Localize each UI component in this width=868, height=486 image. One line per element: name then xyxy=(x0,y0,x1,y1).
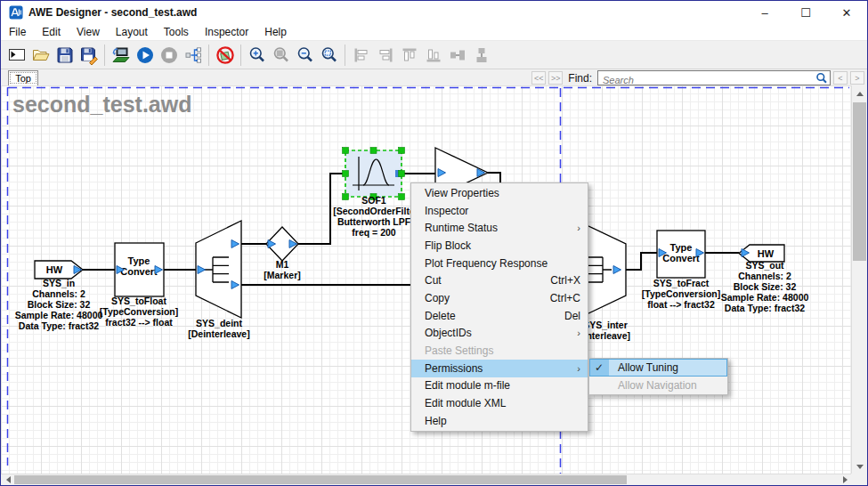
zoom-in-icon[interactable] xyxy=(245,43,269,67)
block-context-menu: View Properties Inspector Runtime Status… xyxy=(410,182,588,432)
find-rewind-button[interactable]: << xyxy=(531,71,546,85)
toolbar-separator xyxy=(104,45,105,66)
toolbar xyxy=(1,41,867,69)
horizontal-scrollbar[interactable] xyxy=(1,474,853,485)
find-forward-button[interactable]: >> xyxy=(548,71,563,85)
tab-row: Top << >> Find: < > xyxy=(1,69,867,85)
block-label: Type xyxy=(670,242,693,253)
submenu-arrow-icon: › xyxy=(577,223,580,233)
menu-view[interactable]: View xyxy=(69,24,108,40)
scroll-right-icon[interactable] xyxy=(840,474,851,485)
block-label: HW xyxy=(46,264,63,275)
stop-icon[interactable] xyxy=(157,43,181,67)
no-hardware-icon[interactable] xyxy=(213,43,237,67)
menu-item-view-properties[interactable]: View Properties xyxy=(411,184,588,202)
checkmark-icon: ✓ xyxy=(589,359,609,377)
block-caption: [Marker] xyxy=(264,270,300,280)
wire xyxy=(626,253,657,270)
open-icon[interactable] xyxy=(28,43,53,67)
block-caption: SYS_toFract xyxy=(653,278,710,288)
zoom-out-icon[interactable] xyxy=(293,43,317,67)
app-window: AWE Designer - second_test.awd – ☐ ✕ Fil… xyxy=(0,0,868,486)
menu-edit[interactable]: Edit xyxy=(34,24,69,40)
zoom-selection-icon[interactable] xyxy=(317,43,341,67)
propagate-changes-icon[interactable] xyxy=(181,43,205,67)
zoom-fit-icon[interactable] xyxy=(269,43,293,67)
block-caption: SYS_out xyxy=(745,260,784,271)
menu-item-delete[interactable]: DeleteDel xyxy=(411,307,588,325)
block-caption: [TypeConversion] xyxy=(642,288,720,299)
new-design-icon[interactable] xyxy=(4,43,28,67)
menu-item-plot-frequency-response[interactable]: Plot Frequency Response xyxy=(411,255,588,272)
menu-inspector[interactable]: Inspector xyxy=(197,24,256,40)
menu-item-inspector[interactable]: Inspector xyxy=(411,202,588,220)
save-icon[interactable] xyxy=(53,43,77,67)
menu-layout[interactable]: Layout xyxy=(108,24,156,40)
menu-item-help[interactable]: Help xyxy=(411,412,588,430)
submenu-item-allow-tuning[interactable]: ✓ Allow Tuning xyxy=(589,359,727,377)
submenu-arrow-icon: › xyxy=(577,328,580,338)
horizontal-scroll-thumb[interactable] xyxy=(14,475,627,484)
align-right-icon[interactable] xyxy=(373,43,397,67)
permissions-submenu: ✓ Allow Tuning Allow Navigation xyxy=(588,358,728,395)
align-top-icon[interactable] xyxy=(397,43,421,67)
find-next-button[interactable]: > xyxy=(850,71,864,85)
find-bar: << >> Find: < > xyxy=(531,70,864,85)
block-label: Type xyxy=(128,255,150,266)
menu-item-cut[interactable]: CutCtrl+X xyxy=(411,271,588,289)
block-caption: Data Type: fract32 xyxy=(725,303,805,313)
toolbar-separator xyxy=(208,45,209,66)
menu-file[interactable]: File xyxy=(1,24,34,40)
vertical-scrollbar[interactable] xyxy=(851,85,867,475)
menu-item-permissions[interactable]: Permissions› xyxy=(411,360,588,377)
align-center-horizontal-icon[interactable] xyxy=(445,43,469,67)
scroll-down-icon[interactable] xyxy=(852,460,867,474)
block-caption: Sample Rate: 48000 xyxy=(721,292,809,303)
menu-item-edit-module-xml[interactable]: Edit module XML xyxy=(411,394,588,412)
menu-item-objectids[interactable]: ObjectIDs› xyxy=(411,325,588,343)
block-caption: SYS_deint xyxy=(196,318,242,328)
submenu-item-allow-navigation: Allow Navigation xyxy=(589,377,727,394)
scrollbar-corner xyxy=(851,474,867,485)
block-caption: float --> fract32 xyxy=(647,299,715,310)
menu-help[interactable]: Help xyxy=(256,24,295,40)
find-prev-button[interactable]: < xyxy=(833,71,848,85)
block-caption: fract32 --> float xyxy=(105,317,173,328)
block-caption: SYS_inter xyxy=(583,320,628,330)
block-label: Convert xyxy=(662,253,700,263)
search-box xyxy=(597,70,831,85)
scroll-up-icon[interactable] xyxy=(852,87,867,101)
menu-item-flip-block[interactable]: Flip Block xyxy=(411,237,588,255)
search-icon[interactable] xyxy=(815,72,828,85)
align-center-vertical-icon[interactable] xyxy=(469,43,493,67)
menu-item-runtime-status[interactable]: Runtime Status› xyxy=(411,219,588,237)
menu-item-paste-settings: Paste Settings xyxy=(411,342,588,360)
save-as-icon[interactable] xyxy=(77,43,101,67)
maximize-button[interactable]: ☐ xyxy=(785,1,826,24)
menu-tools[interactable]: Tools xyxy=(156,24,197,40)
align-left-icon[interactable] xyxy=(349,43,373,67)
block-caption: [Deinterleave] xyxy=(188,328,249,339)
awe-logo-icon xyxy=(9,5,23,20)
minimize-button[interactable]: – xyxy=(744,1,785,24)
block-caption: [SecondOrderFilte xyxy=(333,206,415,216)
block-caption: Block Size: 32 xyxy=(734,281,797,292)
title-bar[interactable]: AWE Designer - second_test.awd – ☐ ✕ xyxy=(1,1,867,24)
block-sof1-selected[interactable] xyxy=(345,150,402,197)
block-caption: SOF1 xyxy=(361,195,386,206)
vertical-scroll-thumb[interactable] xyxy=(853,102,866,261)
shortcut-text: Del xyxy=(564,310,580,322)
scroll-left-icon[interactable] xyxy=(3,474,14,485)
run-icon[interactable] xyxy=(133,43,157,67)
menu-item-copy[interactable]: CopyCtrl+C xyxy=(411,289,588,307)
connect-hardware-icon[interactable] xyxy=(109,43,133,67)
menu-bar: File Edit View Layout Tools Inspector He… xyxy=(1,24,867,41)
close-button[interactable]: ✕ xyxy=(826,1,867,24)
block-caption: freq = 200 xyxy=(352,227,395,238)
tab-top[interactable]: Top xyxy=(8,70,38,85)
block-caption: Sample Rate: 48000 xyxy=(15,310,103,320)
block-caption: Block Size: 32 xyxy=(28,299,91,310)
align-bottom-icon[interactable] xyxy=(421,43,445,67)
menu-item-edit-module-m-file[interactable]: Edit module m-file xyxy=(411,377,588,395)
block-label: HW xyxy=(758,248,775,259)
